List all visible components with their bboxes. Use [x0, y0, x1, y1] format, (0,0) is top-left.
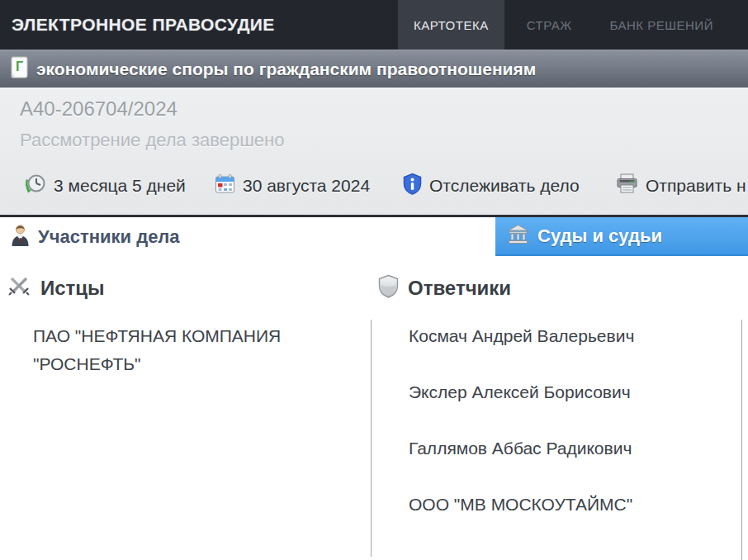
nav-tab-bank-resheniy[interactable]: БАНК РЕШЕНИЙ — [594, 0, 729, 50]
shield-icon — [378, 274, 399, 301]
track-case-button[interactable]: Отслеживать дело — [403, 168, 580, 204]
section-tabs: Участники дела Суды и судьи — [0, 217, 748, 256]
calendar-icon — [215, 173, 235, 198]
plaintiffs-list: ПАО "НЕФТЯНАЯ КОМПАНИЯ "РОСНЕФТЬ" — [33, 322, 347, 406]
defendant-item: Галлямов Аббас Радикович — [409, 434, 722, 463]
tab-courts-label: Суды и судьи — [537, 225, 662, 247]
track-shield-icon — [403, 173, 422, 199]
tab-participants[interactable]: Участники дела — [11, 217, 180, 256]
plaintiff-item: ПАО "НЕФТЯНАЯ КОМПАНИЯ "РОСНЕФТЬ" — [33, 322, 347, 378]
track-case-label: Отслеживать дело — [429, 176, 580, 196]
case-type-document-icon: Г — [11, 56, 28, 82]
bank-building-icon — [507, 224, 529, 248]
case-duration-label: 3 месяца 5 дней — [54, 176, 186, 196]
case-number: А40-206704/2024 — [20, 97, 178, 121]
participants-content: Истцы Ответчики — [0, 256, 748, 560]
plaintiffs-heading-label: Истцы — [40, 277, 105, 300]
history-clock-icon — [23, 173, 46, 200]
case-info-section: А40-206704/2024 Рассмотрение дела заверш… — [0, 88, 748, 215]
column-divider-right — [741, 320, 742, 560]
case-category-bar: Г экономические споры по гражданским пра… — [0, 50, 748, 88]
case-status: Рассмотрение дела завершено — [20, 130, 284, 151]
defendants-list: Космач Андрей ВалерьевичЭкслер Алексей Б… — [409, 322, 722, 547]
defendant-item: ООО "МВ МОСКОУТАЙМС" — [409, 491, 722, 519]
main-nav: КАРТОТЕКА СТРАЖ БАНК РЕШЕНИЙ — [398, 0, 729, 50]
print-case-button[interactable]: Отправить н — [616, 168, 746, 204]
app-title: ЭЛЕКТРОННОЕ ПРАВОСУДИЕ — [12, 15, 275, 35]
tab-participants-label: Участники дела — [38, 226, 180, 248]
column-divider-left — [371, 320, 372, 557]
defendant-item: Экслер Алексей Борисович — [409, 378, 722, 406]
nav-tab-kartoteka[interactable]: КАРТОТЕКА — [398, 0, 504, 50]
tab-courts[interactable]: Суды и судьи — [495, 217, 748, 256]
case-card-page: ЭЛЕКТРОННОЕ ПРАВОСУДИЕ КАРТОТЕКА СТРАЖ Б… — [0, 0, 748, 560]
case-date: 30 августа 2024 — [215, 168, 370, 204]
nav-tab-strazh[interactable]: СТРАЖ — [511, 0, 588, 50]
case-date-label: 30 августа 2024 — [243, 176, 370, 196]
print-case-label: Отправить н — [646, 176, 746, 196]
defendant-item: Космач Андрей Валерьевич — [409, 322, 722, 350]
case-duration: 3 месяца 5 дней — [23, 168, 186, 204]
case-category-label: экономические споры по гражданским право… — [36, 59, 536, 79]
defendants-heading: Ответчики — [378, 274, 511, 301]
person-icon — [11, 224, 30, 250]
app-header: ЭЛЕКТРОННОЕ ПРАВОСУДИЕ КАРТОТЕКА СТРАЖ Б… — [0, 0, 748, 50]
printer-icon — [616, 173, 638, 198]
crossed-swords-icon — [7, 274, 31, 302]
svg-text:Г: Г — [16, 59, 23, 74]
defendants-heading-label: Ответчики — [408, 277, 511, 300]
plaintiffs-heading: Истцы — [7, 274, 105, 302]
